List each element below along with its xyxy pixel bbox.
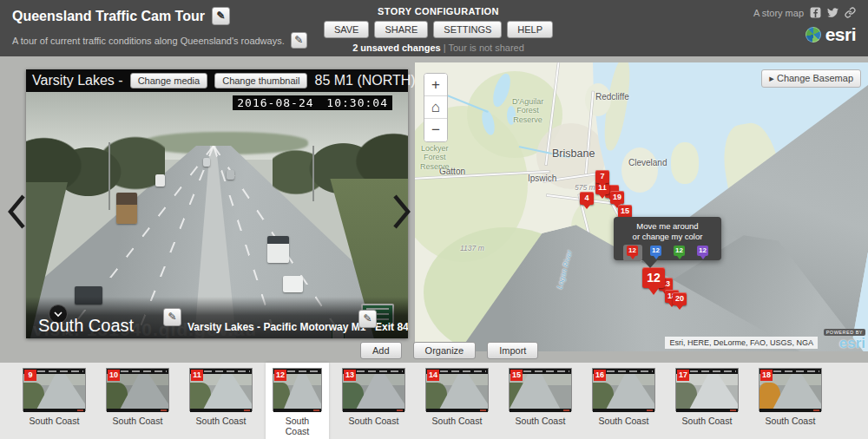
config-button-settings[interactable]: SETTINGS (433, 21, 502, 38)
cam-timestamp: 2016-08-24 10:30:04 (233, 95, 392, 110)
thumbnail-card-9: 9South Coast (23, 368, 86, 439)
vehicle-car (203, 158, 210, 167)
vehicle-van (267, 236, 289, 263)
unsaved-changes-text: 2 unsaved changes (352, 43, 441, 53)
light-pole (108, 142, 110, 210)
photo-footer-overlay: South Coast ✎ Varsity Lakes - Pacific Mo… (26, 297, 408, 338)
thumb-cam-footer (107, 409, 168, 412)
zoom-out-button[interactable]: − (424, 119, 447, 141)
thumbnail-carousel: 9South Coast10South Coast11South Coast12… (0, 363, 868, 439)
story-map-builder: Queensland Traffic Cam Tour ✎ A tour of … (0, 0, 868, 439)
thumbnail-label: South Coast (273, 416, 322, 436)
page-subtitle: A tour of current traffic conditions alo… (12, 36, 285, 46)
minipin-icon: 12 (674, 246, 685, 256)
thumb-cam-footer (593, 409, 654, 412)
map-panel[interactable]: BrisbaneRedcliffeClevelandIpswichGattonG… (415, 62, 868, 351)
traffic-cam-image: 2016-08-24 10:30:04 visit: 131940.qld.go… (26, 92, 408, 338)
minipin-icon: 12 (627, 246, 638, 256)
import-button[interactable]: Import (487, 342, 538, 359)
thumbnail-number-badge: 16 (594, 370, 606, 381)
thumbnail-18[interactable]: 18 (759, 368, 822, 411)
caret-icon: ▸ (769, 73, 774, 83)
config-button-share[interactable]: SHARE (374, 21, 428, 38)
edit-location-button[interactable]: ✎ (163, 308, 181, 326)
map-zoom-control: + ⌂ − (424, 73, 448, 142)
change-basemap-button[interactable]: ▸ Change Basemap (761, 69, 861, 88)
chevron-right-icon (391, 193, 413, 231)
photo-title-bar: Varsity Lakes - Change media Change thum… (26, 69, 408, 92)
vehicle-truck (116, 193, 137, 224)
config-button-save[interactable]: SAVE (324, 21, 370, 38)
thumbnail-number-badge: 13 (344, 370, 356, 381)
thumbnail-label: South Coast (509, 416, 572, 426)
map-marker-15[interactable]: 15 (618, 205, 632, 218)
thumbnail-10[interactable]: 10 (106, 368, 169, 411)
thumbnail-9[interactable]: 9 (23, 368, 86, 411)
twitter-icon[interactable] (827, 7, 838, 18)
thumbnail-11[interactable]: 11 (189, 368, 253, 411)
thumbnail-number-badge: 9 (24, 370, 36, 381)
thumbnail-label: South Coast (759, 416, 822, 426)
thumbnail-label: South Coast (23, 416, 86, 426)
edit-caption-button[interactable]: ✎ (358, 310, 377, 328)
change-media-button[interactable]: Change media (130, 73, 208, 88)
previous-stop-button[interactable] (5, 193, 28, 234)
marker-number: 4 (580, 192, 594, 205)
minipin-icon: 12 (697, 246, 708, 256)
thumbnail-card-12: 12South Coast (266, 363, 329, 439)
marker-color-blue[interactable]: 12 (647, 245, 666, 261)
thumbnail-12[interactable]: 12 (273, 368, 322, 411)
thumbnail-card-14: 14South Coast (425, 368, 489, 439)
thumbnail-card-10: 10South Coast (106, 368, 169, 439)
zoom-in-button[interactable]: + (424, 74, 447, 96)
vehicle-car (155, 174, 165, 187)
thumbnail-16[interactable]: 16 (592, 368, 655, 411)
change-thumbnail-button[interactable]: Change thumbnail (214, 73, 307, 88)
thumb-cam-footer (23, 409, 85, 412)
thumbnail-17[interactable]: 17 (675, 368, 739, 411)
thumbnail-13[interactable]: 13 (342, 368, 405, 411)
map-markers: 1174191513121820 (415, 62, 868, 351)
map-marker-4[interactable]: 4 (580, 192, 594, 205)
vehicle-car (227, 170, 234, 180)
thumbnail-card-16: 16South Coast (592, 368, 655, 439)
edit-title-button[interactable]: ✎ (212, 7, 230, 25)
link-icon[interactable] (845, 7, 856, 18)
add-button[interactable]: Add (360, 342, 402, 359)
tooltip-swatches: 12121212 (614, 245, 721, 261)
page-title: Queensland Traffic Cam Tour (12, 9, 205, 24)
thumbnail-number-badge: 10 (108, 370, 120, 381)
thumbnail-card-17: 17South Coast (675, 368, 739, 439)
thumbnail-card-11: 11South Coast (189, 368, 253, 439)
thumbnail-card-13: 13South Coast (342, 368, 405, 439)
carousel-track: 9South Coast10South Coast11South Coast12… (23, 368, 822, 439)
map-marker-20[interactable]: 20 (673, 292, 687, 305)
tour-toolbar: Add Organize Import (360, 342, 538, 359)
thumbnail-label: South Coast (106, 416, 169, 426)
photo-title-right: 85 M1 (NORTH) (314, 73, 415, 88)
thumbnail-15[interactable]: 15 (509, 368, 572, 411)
thumbnail-number-badge: 11 (191, 370, 203, 381)
status-separator: | (444, 43, 446, 53)
map-marker-19[interactable]: 19 (610, 191, 624, 204)
marker-color-green[interactable]: 12 (670, 245, 689, 261)
esri-globe-icon (806, 27, 821, 43)
thumb-cam-footer (343, 409, 404, 412)
thumbnail-number-badge: 17 (677, 370, 689, 381)
marker-color-red[interactable]: 12 (623, 245, 642, 261)
config-button-help[interactable]: HELP (507, 21, 553, 38)
home-button[interactable]: ⌂ (424, 96, 447, 119)
config-buttons: SAVESHARESETTINGSHELP (295, 21, 582, 38)
story-configuration-label: STORY CONFIGURATION (295, 6, 582, 16)
thumbnail-number-badge: 14 (427, 370, 439, 381)
photo-title-left: Varsity Lakes - (32, 73, 123, 88)
thumbnail-number-badge: 18 (760, 370, 773, 381)
thumbnail-14[interactable]: 14 (425, 368, 489, 411)
thumbnail-label: South Coast (189, 416, 253, 426)
next-stop-button[interactable] (391, 193, 413, 234)
map-marker-7[interactable]: 7 (595, 170, 609, 183)
facebook-icon[interactable] (810, 7, 821, 18)
thumbnail-label: South Coast (425, 416, 489, 426)
organize-button[interactable]: Organize (413, 342, 477, 359)
marker-color-purple[interactable]: 12 (694, 245, 713, 261)
